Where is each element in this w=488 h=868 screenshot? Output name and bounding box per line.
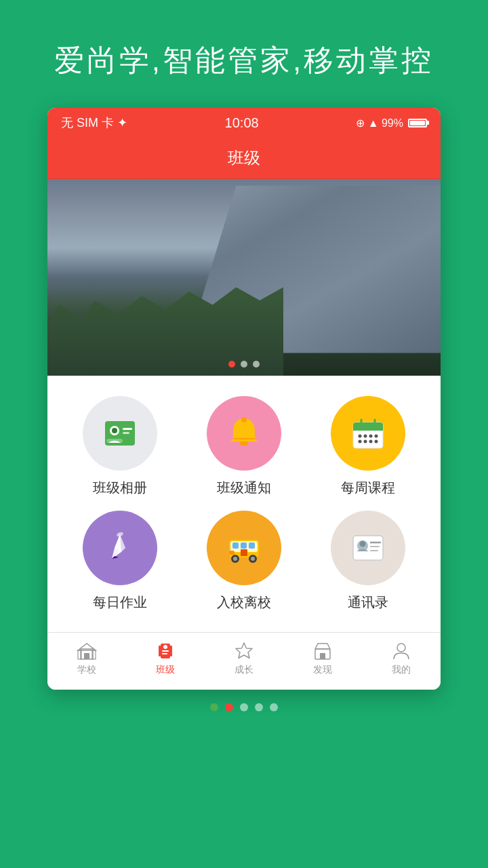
banner-dot-2[interactable]	[241, 361, 247, 368]
menu-item-album[interactable]: 班级相册	[61, 396, 178, 497]
svg-rect-48	[162, 653, 167, 654]
banner-dots	[228, 361, 260, 368]
person-icon	[391, 641, 411, 661]
svg-rect-47	[162, 650, 169, 652]
banner-dot-3[interactable]	[253, 361, 260, 368]
nav-item-class[interactable]: 班级	[138, 641, 192, 676]
banner-dot-1[interactable]	[228, 361, 235, 368]
schedule-icon-circle	[331, 396, 405, 471]
nav-item-growth[interactable]: 成长	[217, 641, 271, 676]
phone-frame: 无 SIM 卡 ✦ 10:08 ⊕ ▲ 99% 班级	[47, 108, 441, 690]
shop-icon	[312, 641, 333, 661]
school-icon	[77, 641, 97, 661]
menu-item-homework[interactable]: 每日作业	[61, 511, 178, 612]
battery-icon	[408, 119, 427, 127]
banner-carousel[interactable]	[47, 179, 441, 376]
svg-point-19	[364, 440, 367, 443]
attendance-icon-circle	[207, 511, 281, 585]
status-right: ⊕ ▲ 99%	[356, 117, 427, 130]
bottom-nav: 学校 班级 成长	[47, 632, 441, 690]
svg-point-17	[375, 435, 378, 438]
svg-rect-27	[249, 542, 255, 549]
nav-item-mine[interactable]: 我的	[374, 641, 428, 676]
homework-label: 每日作业	[93, 593, 147, 612]
svg-rect-26	[241, 542, 247, 549]
menu-item-schedule[interactable]: 每周课程	[310, 396, 427, 497]
svg-point-14	[359, 435, 362, 438]
star-icon	[234, 641, 254, 661]
nav-label-discover: 发现	[313, 664, 332, 676]
app-title-bar: 班级	[47, 138, 441, 179]
page-dots	[0, 690, 488, 732]
pen-icon	[100, 528, 140, 568]
svg-point-55	[397, 644, 405, 652]
schedule-label: 每周课程	[341, 479, 395, 497]
svg-point-21	[375, 440, 378, 443]
album-label: 班级相册	[93, 479, 147, 497]
notice-label: 班级通知	[217, 479, 271, 497]
album-icon-circle	[83, 396, 157, 471]
app-title: 班级	[228, 149, 260, 167]
nav-item-discover[interactable]: 发现	[296, 641, 350, 676]
contact-card-icon	[348, 528, 388, 568]
svg-marker-51	[236, 643, 252, 658]
calendar-icon	[348, 413, 388, 454]
svg-rect-53	[320, 653, 325, 659]
contacts-label: 通讯录	[348, 593, 388, 612]
nav-label-growth: 成长	[235, 664, 253, 676]
page-dot-1[interactable]	[210, 703, 218, 711]
svg-rect-33	[229, 551, 235, 555]
svg-point-36	[360, 541, 366, 547]
svg-point-15	[364, 435, 367, 438]
svg-point-5	[112, 428, 117, 433]
svg-point-16	[369, 435, 373, 438]
nav-label-school: 学校	[77, 664, 96, 676]
svg-point-18	[359, 440, 362, 443]
menu-item-notice[interactable]: 班级通知	[185, 396, 302, 497]
status-bar: 无 SIM 卡 ✦ 10:08 ⊕ ▲ 99%	[47, 108, 441, 138]
svg-rect-49	[159, 646, 161, 656]
svg-point-30	[233, 557, 237, 561]
svg-rect-11	[353, 428, 383, 431]
svg-rect-50	[170, 646, 172, 656]
page-dot-4[interactable]	[255, 703, 263, 711]
svg-rect-42	[84, 653, 89, 659]
menu-item-attendance[interactable]: 入校离校	[185, 511, 302, 612]
nav-label-class: 班级	[156, 664, 175, 676]
notice-icon-circle	[207, 396, 281, 471]
class-icon	[155, 641, 176, 661]
svg-point-32	[251, 557, 255, 561]
svg-rect-4	[123, 432, 129, 434]
menu-item-contacts[interactable]: 通讯录	[310, 511, 427, 612]
attendance-label: 入校离校	[217, 593, 271, 612]
nav-item-school[interactable]: 学校	[60, 641, 114, 676]
contacts-icon-circle	[331, 511, 405, 585]
page-dot-2[interactable]	[225, 703, 233, 711]
svg-rect-6	[240, 441, 248, 446]
homework-icon-circle	[83, 511, 157, 585]
bell-icon	[224, 413, 264, 454]
svg-rect-25	[232, 542, 239, 549]
tagline: 爱尚学,智能管家,移动掌控	[0, 0, 488, 108]
svg-rect-28	[241, 549, 247, 556]
person-card-icon	[100, 413, 140, 454]
svg-point-7	[241, 417, 247, 422]
sim-status: 无 SIM 卡 ✦	[61, 115, 127, 131]
status-left: 无 SIM 卡 ✦	[61, 115, 127, 131]
svg-point-46	[163, 645, 167, 649]
bus-icon	[224, 528, 264, 568]
status-time: 10:08	[225, 115, 259, 131]
svg-point-20	[369, 440, 373, 443]
signal-icons: ⊕ ▲ 99%	[356, 117, 403, 130]
menu-grid: 班级相册 班级通知	[47, 376, 441, 632]
page-dot-5[interactable]	[270, 703, 278, 711]
svg-rect-3	[123, 428, 132, 430]
page-dot-3[interactable]	[240, 703, 248, 711]
nav-label-mine: 我的	[392, 664, 411, 676]
